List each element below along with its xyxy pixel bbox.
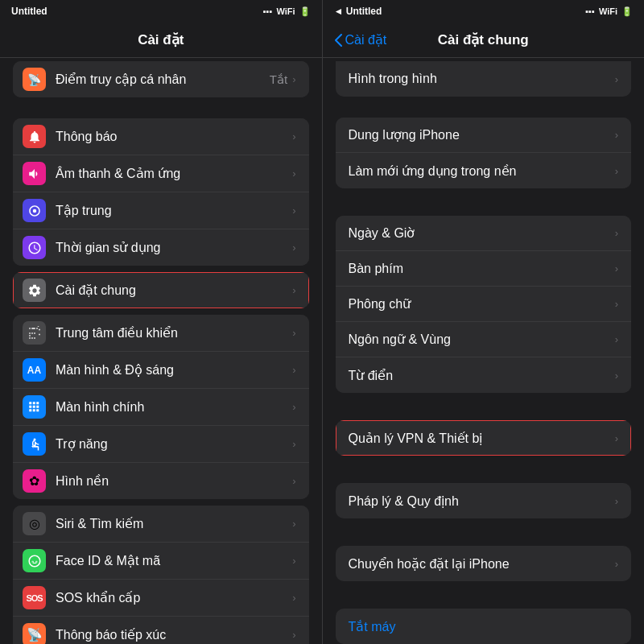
- back-button[interactable]: Cài đặt: [334, 32, 387, 47]
- reset-chevron: ›: [615, 558, 618, 570]
- row-accessibility[interactable]: Trợ năng ›: [13, 426, 309, 463]
- right-section-legal: Pháp lý & Quy định ›: [336, 483, 632, 518]
- accessibility-chevron: ›: [292, 438, 295, 450]
- shutdown-label: Tắt máy: [349, 619, 619, 634]
- right-nav-title: Cài đặt chung: [438, 31, 529, 48]
- row-vpn[interactable]: Quản lý VPN & Thiết bị ›: [336, 420, 632, 456]
- row-controlcenter[interactable]: Trung tâm điều khiển ›: [13, 315, 309, 352]
- siri-icon: ◎: [23, 512, 46, 535]
- vpn-chevron: ›: [615, 432, 618, 444]
- left-section-notifications: Thông báo › Âm thanh & Cảm ứng › Tập tru…: [13, 118, 309, 266]
- row-siri[interactable]: ◎ Siri & Tìm kiếm ›: [13, 506, 309, 543]
- left-status-icons: ▪▪▪ WiFi 🔋: [263, 6, 311, 17]
- notifications-icon: [23, 125, 46, 148]
- homescreen-icon: [23, 395, 46, 419]
- right-section-locale: Ngày & Giờ › Bàn phím › Phông chữ › Ngôn…: [336, 216, 632, 393]
- battery-icon: 🔋: [299, 6, 311, 17]
- screentime-chevron: ›: [292, 242, 295, 254]
- right-app-name: ◄ Untitled: [334, 6, 382, 17]
- left-section-display: Trung tâm điều khiển › AA Màn hình & Độ …: [13, 315, 309, 499]
- general-label: Cài đặt chung: [56, 283, 292, 298]
- row-dictionary[interactable]: Từ điển ›: [336, 357, 632, 393]
- row-screentime[interactable]: Thời gian sử dụng ›: [13, 229, 309, 266]
- sos-icon: SOS: [23, 586, 46, 609]
- wifi-icon-right: WiFi: [599, 6, 617, 16]
- row-hotspot[interactable]: 📡 Điểm truy cập cá nhân Tắt ›: [13, 61, 309, 97]
- vpn-label: Quản lý VPN & Thiết bị: [349, 431, 615, 446]
- hotspot-value: Tắt: [270, 72, 287, 87]
- hotspot-label: Điểm truy cập cá nhân: [56, 72, 270, 87]
- faceid-chevron: ›: [292, 555, 295, 567]
- row-storage[interactable]: Dung lượng iPhone ›: [336, 118, 632, 153]
- left-nav-bar: Cài đặt: [0, 23, 322, 58]
- faceid-icon: [23, 549, 46, 572]
- row-shutdown[interactable]: Tắt máy: [336, 609, 632, 644]
- faceid-label: Face ID & Mật mã: [56, 553, 292, 568]
- row-wallpaper[interactable]: ✿ Hình nền ›: [13, 463, 309, 499]
- wallpaper-label: Hình nền: [56, 473, 292, 489]
- sos-label: SOS khẩn cấp: [56, 590, 292, 605]
- left-panel: Untitled ▪▪▪ WiFi 🔋 Cài đặt 📡 Điểm truy …: [0, 0, 322, 644]
- right-section-shutdown: Tắt máy: [336, 609, 632, 644]
- signal-icon-right: ▪▪▪: [585, 6, 595, 16]
- row-exposure[interactable]: 📡 Thông báo tiếp xúc ›: [13, 617, 309, 644]
- row-legal[interactable]: Pháp lý & Quy định ›: [336, 483, 632, 518]
- row-bgrefresh[interactable]: Làm mới ứng dụng trong nền ›: [336, 153, 632, 188]
- right-nav-bar: Cài đặt Cài đặt chung: [323, 23, 645, 58]
- exposure-icon: 📡: [23, 623, 46, 644]
- left-section-siri: ◎ Siri & Tìm kiếm › Face ID & Mật mã › S…: [13, 506, 309, 644]
- siri-chevron: ›: [292, 518, 295, 530]
- display-chevron: ›: [292, 364, 295, 376]
- bgrefresh-label: Làm mới ứng dụng trong nền: [349, 163, 615, 179]
- left-nav-title: Cài đặt: [138, 31, 184, 48]
- pip-chevron: ›: [615, 73, 618, 85]
- language-chevron: ›: [615, 333, 618, 345]
- row-font[interactable]: Phông chữ ›: [336, 287, 632, 322]
- dictionary-chevron: ›: [615, 369, 618, 382]
- row-homescreen[interactable]: Màn hình chính ›: [13, 389, 309, 426]
- row-notifications[interactable]: Thông báo ›: [13, 118, 309, 155]
- row-datetime[interactable]: Ngày & Giờ ›: [336, 216, 632, 251]
- row-focus[interactable]: Tập trung ›: [13, 192, 309, 229]
- row-display[interactable]: AA Màn hình & Độ sáng ›: [13, 352, 309, 389]
- screentime-icon: [23, 236, 46, 259]
- row-general[interactable]: Cài đặt chung ›: [13, 272, 309, 308]
- controlcenter-label: Trung tâm điều khiển: [56, 325, 292, 341]
- sound-icon: [23, 162, 46, 185]
- storage-chevron: ›: [615, 129, 618, 141]
- left-section-general: Cài đặt chung ›: [13, 272, 309, 308]
- wallpaper-icon: ✿: [23, 469, 46, 493]
- screentime-label: Thời gian sử dụng: [56, 240, 292, 255]
- left-status-bar: Untitled ▪▪▪ WiFi 🔋: [0, 0, 322, 23]
- accessibility-label: Trợ năng: [56, 436, 292, 452]
- controlcenter-icon: [23, 321, 46, 345]
- row-sound[interactable]: Âm thanh & Cảm ứng ›: [13, 155, 309, 192]
- font-label: Phông chữ: [349, 296, 615, 312]
- legal-label: Pháp lý & Quy định: [349, 493, 615, 509]
- keyboard-chevron: ›: [615, 262, 618, 275]
- controlcenter-chevron: ›: [292, 327, 295, 339]
- row-faceid[interactable]: Face ID & Mật mã ›: [13, 543, 309, 580]
- notifications-chevron: ›: [292, 130, 295, 142]
- right-section-storage: Dung lượng iPhone › Làm mới ứng dụng tro…: [336, 118, 632, 188]
- keyboard-label: Bàn phím: [349, 262, 615, 276]
- homescreen-label: Màn hình chính: [56, 400, 292, 415]
- right-status-icons: ▪▪▪ WiFi 🔋: [585, 6, 633, 17]
- signal-icon: ▪▪▪: [263, 6, 273, 16]
- right-panel: ◄ Untitled ▪▪▪ WiFi 🔋 Cài đặt Cài đặt ch…: [322, 0, 645, 644]
- bgrefresh-chevron: ›: [615, 165, 618, 177]
- sos-chevron: ›: [292, 592, 295, 604]
- pip-label: Hình trong hình: [349, 72, 615, 86]
- siri-label: Siri & Tìm kiếm: [56, 516, 292, 531]
- display-icon: AA: [23, 358, 46, 382]
- row-keyboard[interactable]: Bàn phím ›: [336, 251, 632, 287]
- right-settings-content: Hình trong hình › Dung lượng iPhone › Là…: [323, 58, 645, 644]
- right-status-bar: ◄ Untitled ▪▪▪ WiFi 🔋: [323, 0, 645, 23]
- row-pip[interactable]: Hình trong hình ›: [336, 61, 632, 97]
- row-language[interactable]: Ngôn ngữ & Vùng ›: [336, 322, 632, 357]
- language-label: Ngôn ngữ & Vùng: [349, 332, 615, 347]
- battery-icon-right: 🔋: [621, 6, 633, 17]
- row-reset[interactable]: Chuyển hoặc đặt lại iPhone ›: [336, 546, 632, 581]
- row-sos[interactable]: SOS SOS khẩn cấp ›: [13, 580, 309, 617]
- sound-chevron: ›: [292, 167, 295, 180]
